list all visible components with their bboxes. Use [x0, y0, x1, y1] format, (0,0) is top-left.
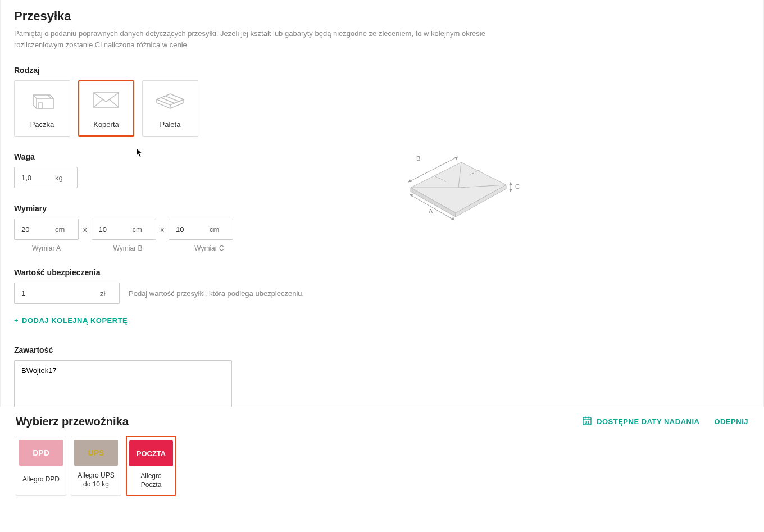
- type-label-koperta: Koperta: [93, 120, 119, 129]
- type-label: Rodzaj: [14, 66, 385, 75]
- type-label-paleta: Paleta: [160, 120, 181, 129]
- svg-rect-0: [39, 103, 42, 108]
- carrier-label-poczta: Allegro Poczta: [130, 472, 172, 489]
- weight-unit: kg: [55, 174, 63, 182]
- unpin-button[interactable]: ODEPNIJ: [714, 417, 748, 426]
- svg-marker-11: [509, 182, 512, 185]
- diagram-label-c: C: [515, 183, 520, 190]
- type-card-paczka[interactable]: Paczka: [14, 80, 70, 137]
- carrier-label-dpd: Allegro DPD: [22, 471, 60, 488]
- plus-icon: +: [14, 316, 19, 325]
- dim-c-caption: Wymiar C: [177, 244, 242, 252]
- svg-text:31: 31: [585, 420, 590, 424]
- add-envelope-label: DODAJ KOLEJNĄ KOPERTĘ: [22, 316, 128, 325]
- available-dates-label: DOSTĘPNE DATY NADANIA: [597, 417, 699, 426]
- content-label: Zawartość: [14, 345, 385, 354]
- type-card-koperta[interactable]: Koperta: [78, 80, 134, 137]
- times-1: x: [83, 225, 87, 234]
- pallet-icon: [154, 88, 186, 112]
- dim-a-input[interactable]: [21, 225, 55, 234]
- calendar-icon: 31: [582, 416, 592, 428]
- svg-marker-12: [509, 189, 512, 192]
- carrier-card-dpd[interactable]: DPD Allegro DPD: [16, 436, 66, 496]
- dim-b-unit: cm: [133, 225, 142, 234]
- dim-c-unit: cm: [210, 225, 219, 234]
- diagram-label-a: A: [429, 208, 433, 215]
- shipment-desc: Pamiętaj o podaniu poprawnych danych dot…: [14, 28, 492, 50]
- carrier-title: Wybierz przewoźnika: [16, 415, 129, 428]
- dim-a-caption: Wymiar A: [14, 244, 79, 252]
- type-row: Paczka Koperta: [14, 80, 385, 137]
- insurance-label: Wartość ubezpieczenia: [14, 268, 385, 277]
- dim-b-input[interactable]: [99, 225, 133, 234]
- weight-input[interactable]: [21, 174, 55, 182]
- dim-b-caption: Wymiar B: [96, 244, 160, 252]
- carrier-label-ups: Allegro UPS do 10 kg: [75, 471, 117, 489]
- type-card-paleta[interactable]: Paleta: [142, 80, 198, 137]
- add-envelope-button[interactable]: + DODAJ KOLEJNĄ KOPERTĘ: [14, 316, 128, 325]
- carrier-logo-poczta: POCZTA: [129, 440, 173, 466]
- weight-label: Waga: [14, 152, 385, 161]
- dim-a-unit: cm: [55, 225, 65, 234]
- content-textarea[interactable]: [14, 360, 232, 407]
- carrier-logo-dpd: DPD: [19, 440, 63, 466]
- carrier-card-ups[interactable]: UPS Allegro UPS do 10 kg: [71, 436, 121, 496]
- shipment-title: Przesyłka: [14, 9, 750, 24]
- carrier-logo-ups: UPS: [74, 440, 118, 466]
- diagram-label-b: B: [416, 155, 420, 162]
- box-icon: [26, 88, 58, 112]
- insurance-input[interactable]: [21, 289, 100, 298]
- dim-c-input[interactable]: [176, 225, 210, 234]
- times-2: x: [161, 225, 165, 234]
- insurance-hint: Podaj wartość przesyłki, która podlega u…: [129, 289, 304, 298]
- type-label-paczka: Paczka: [30, 120, 54, 129]
- dims-label: Wymiary: [14, 204, 385, 213]
- carriers-row: DPD Allegro DPD UPS Allegro UPS do 10 kg…: [16, 436, 748, 496]
- envelope-diagram: A B C: [394, 148, 523, 229]
- insurance-unit: zł: [100, 289, 105, 298]
- carrier-card-poczta[interactable]: POCZTA Allegro Poczta: [126, 436, 176, 496]
- available-dates-button[interactable]: 31 DOSTĘPNE DATY NADANIA: [582, 416, 699, 428]
- envelope-icon: [90, 88, 122, 112]
